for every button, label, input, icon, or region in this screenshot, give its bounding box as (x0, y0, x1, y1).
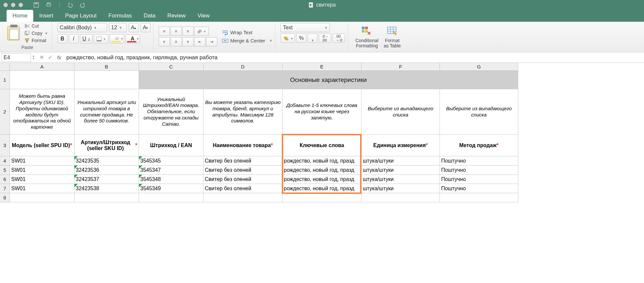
cell-A3[interactable]: Модель (seller SPU ID)* (10, 135, 74, 156)
borders-button[interactable]: ▾ (94, 34, 108, 43)
cell-F6[interactable]: штука/штуки (362, 175, 440, 184)
format-as-table-button[interactable]: Formatas Table (382, 24, 403, 49)
decrease-decimal-button[interactable]: .00→.0 (333, 34, 345, 43)
cell-B6[interactable]: 32423537 (74, 175, 139, 184)
cell-D4[interactable]: Свитер без оленей (203, 156, 282, 166)
tab-view[interactable]: View (192, 10, 216, 22)
cell-B8[interactable] (74, 193, 139, 202)
cell-E2[interactable]: Добавьте 1-5 ключевых слова на русском я… (282, 89, 362, 135)
cell-A8[interactable] (10, 193, 74, 202)
wrap-text-button[interactable]: Wrap Text (222, 30, 273, 35)
orientation-button[interactable]: ab▾ (194, 27, 209, 36)
col-head-C[interactable]: C (139, 63, 203, 71)
tab-data[interactable]: Data (138, 10, 161, 22)
fx-label[interactable]: fx (57, 55, 61, 60)
cell-F2[interactable]: Выберите из выпадающего списка (362, 89, 440, 135)
cell-C4[interactable]: 3545345 (139, 156, 203, 166)
cell-E3[interactable]: Ключевые слова (282, 135, 362, 156)
align-bottom-button[interactable]: ≡ (182, 27, 194, 36)
italic-button[interactable]: I (69, 34, 79, 43)
name-box-down[interactable]: ▼ (32, 58, 35, 60)
format-painter-button[interactable]: Format (23, 38, 49, 43)
col-head-D[interactable]: D (203, 63, 282, 71)
zoom-window-button[interactable] (18, 3, 23, 7)
name-box[interactable]: E4 (1, 53, 31, 62)
select-all-corner[interactable] (0, 63, 10, 71)
row-head-1[interactable]: 1 (0, 71, 10, 89)
cell-A1[interactable] (10, 71, 74, 89)
cell-F3[interactable]: Единица измерения* (362, 135, 440, 156)
tab-formulas[interactable]: Formulas (102, 10, 138, 22)
align-middle-button[interactable]: ≡ (171, 27, 182, 36)
confirm-formula-button[interactable]: ✓ (46, 53, 55, 62)
cell-G4[interactable]: Поштучно (440, 156, 518, 166)
col-head-F[interactable]: F (362, 63, 440, 71)
merge-center-button[interactable]: Merge & Center▼ (222, 38, 273, 43)
underline-button[interactable]: U▾ (80, 34, 93, 43)
cell-B7[interactable]: 32423538 (74, 184, 139, 193)
undo-icon[interactable] (67, 2, 73, 8)
col-head-A[interactable]: A (10, 63, 74, 71)
cell-F4[interactable]: штука/штуки (362, 156, 440, 166)
paste-button[interactable] (5, 25, 22, 42)
bold-button[interactable]: B (58, 34, 67, 43)
cell-C5[interactable]: 3545347 (139, 166, 203, 175)
tab-home[interactable]: Home (7, 10, 33, 22)
tab-review[interactable]: Review (161, 10, 192, 22)
align-right-button[interactable]: ≡ (182, 37, 194, 46)
align-center-button[interactable]: ≡ (171, 37, 182, 46)
copy-button[interactable]: Copy▼ (23, 30, 49, 36)
redo-icon[interactable] (79, 2, 86, 8)
cell-E8[interactable] (282, 193, 362, 202)
cell-C7[interactable]: 3545349 (139, 184, 203, 193)
cell-B3[interactable]: Артикул/Штрихкод (seller SKU ID)* (74, 135, 139, 156)
cell-D2[interactable]: Вы можете указать категорию товара, брен… (203, 89, 282, 135)
percent-button[interactable]: % (296, 34, 306, 43)
row-head-4[interactable]: 4 (0, 156, 10, 166)
cell-G8[interactable] (440, 193, 518, 202)
align-top-button[interactable]: ≡ (159, 27, 170, 36)
row-head-7[interactable]: 7 (0, 184, 10, 193)
row-head-8[interactable]: 8 (0, 193, 10, 202)
increase-indent-button[interactable]: ⇥ (206, 37, 217, 46)
cell-E6[interactable]: рождество, новый год, празд (282, 175, 362, 184)
conditional-formatting-button[interactable]: ConditionalFormatting (353, 24, 380, 49)
cell-D7[interactable]: Свитер без оленей (203, 184, 282, 193)
row-head-6[interactable]: 6 (0, 175, 10, 184)
formula-input[interactable] (64, 54, 644, 61)
font-name-select[interactable]: Calibri (Body)▼ (58, 23, 107, 32)
minimize-window-button[interactable] (11, 3, 15, 7)
font-color-button[interactable]: A▾ (125, 34, 140, 43)
cell-G6[interactable]: Поштучно (440, 175, 518, 184)
cell-C8[interactable] (139, 193, 203, 202)
increase-font-button[interactable]: A▴ (129, 23, 139, 32)
col-head-E[interactable]: E (282, 63, 362, 71)
decrease-font-button[interactable]: A▾ (141, 23, 150, 32)
save-icon[interactable] (33, 2, 40, 8)
cell-G7[interactable]: Поштучно (440, 184, 518, 193)
cell-A2[interactable]: Может быть равна Артикулу (SKU ID). Прод… (10, 89, 74, 135)
align-left-button[interactable]: ≡ (159, 37, 170, 46)
cell-F5[interactable]: штука/штуки (362, 166, 440, 175)
cell-D5[interactable]: Свитер без оленей (203, 166, 282, 175)
tab-page-layout[interactable]: Page Layout (59, 10, 102, 22)
cell-D3[interactable]: Наименование товара* (203, 135, 282, 156)
row-head-3[interactable]: 3 (0, 135, 10, 156)
cell-G2[interactable]: Выберите из выпадающего списка (440, 89, 518, 135)
row-head-5[interactable]: 5 (0, 166, 10, 175)
cell-D8[interactable] (203, 193, 282, 202)
decrease-indent-button[interactable]: ⇤ (194, 37, 205, 46)
cell-G5[interactable]: Поштучно (440, 166, 518, 175)
cut-button[interactable]: Cut (23, 23, 49, 29)
cell-B1[interactable] (74, 71, 139, 89)
print-icon[interactable] (45, 2, 52, 8)
cell-A6[interactable]: SW01 (10, 175, 74, 184)
col-head-B[interactable]: B (74, 63, 139, 71)
spreadsheet-grid[interactable]: ABCDEFG 1 Основные характеристики 2Может… (0, 63, 644, 202)
cell-A4[interactable]: SW01 (10, 156, 74, 166)
cell-D6[interactable]: Свитер без оленей (203, 175, 282, 184)
row-head-2[interactable]: 2 (0, 89, 10, 135)
cell-merged-title[interactable]: Основные характеристики (139, 71, 518, 89)
cell-C6[interactable]: 3545348 (139, 175, 203, 184)
cell-C3[interactable]: Штрихкод / EAN (139, 135, 203, 156)
